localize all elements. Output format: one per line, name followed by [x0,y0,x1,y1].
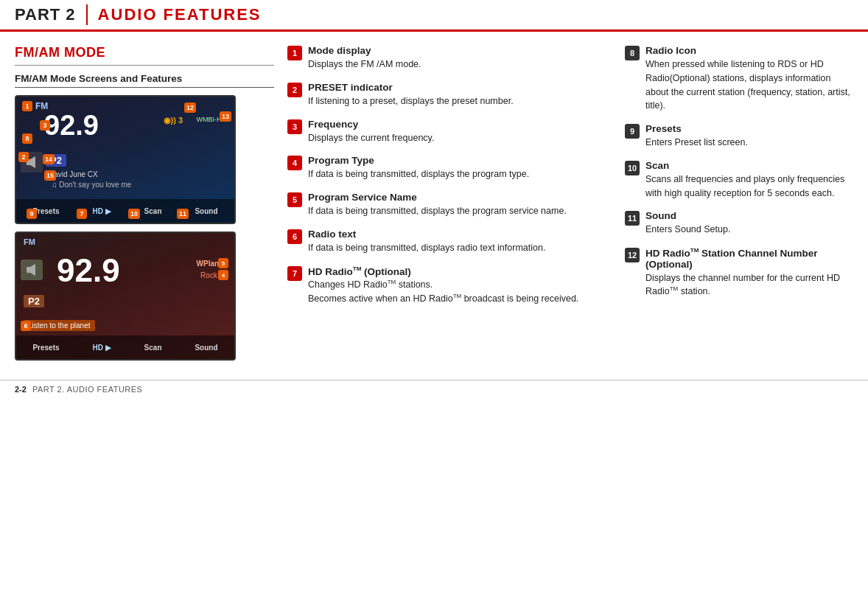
feature-num-6: 6 [287,229,302,244]
feature-desc-2: If listening to a preset, displays the p… [308,94,514,108]
feature-title-10: Scan [645,160,853,171]
song-title: ♫ Don't say you love me [52,181,131,189]
feature-9: 9 Presets Enters Preset list screen. [625,123,853,150]
feature-content-1: Mode display Displays the FM /AM mode. [308,45,421,72]
feature-content-9: Presets Enters Preset list screen. [645,123,748,150]
feature-2: 2 PRESET indicator If listening to a pre… [287,82,610,108]
header-divider-icon [86,4,88,25]
feature-3: 3 Frequency Displays the current frequen… [287,119,610,145]
footer-text: PART 2. AUDIO FEATURES [32,385,143,394]
badge-1: 1 [22,101,32,111]
fm-label-2: FM [24,237,35,246]
feature-num-5: 5 [287,192,302,207]
feature-title-7: HD RadioTM (Optional) [308,265,578,277]
fm-screen-1: 1 FM 92.9 3 ◉)) 3 12 WMBI-HD3 13 8 [15,95,236,224]
feature-content-2: PRESET indicator If listening to a prese… [308,82,514,108]
feature-num-7: 7 [287,266,302,281]
feature-6: 6 Radio text If data is being transmitte… [287,229,610,255]
section-divider [15,65,274,66]
btn-scan-1[interactable]: Scan [144,207,162,215]
feature-desc-4: If data is being transmitted, displays t… [308,167,529,181]
mid-column: 1 Mode display Displays the FM /AM mode.… [287,45,625,368]
feature-desc-7: Changes HD RadioTM stations.Becomes acti… [308,278,578,306]
bottom-bar-2: Presets HD ▶ Scan Sound [16,335,234,359]
btn-sound-2[interactable]: Sound [195,344,217,352]
feature-content-3: Frequency Displays the current frequency… [308,119,434,145]
svg-marker-1 [30,156,35,168]
listen-text: Listen to the planet [24,320,95,331]
svg-rect-2 [27,267,30,273]
feature-1: 1 Mode display Displays the FM /AM mode. [287,45,610,72]
badge-6: 6 [21,321,31,331]
feature-title-6: Radio text [308,229,545,240]
feature-desc-11: Enters Sound Setup. [645,223,730,237]
feature-12: 12 HD RadioTM Station Channel Number (Op… [625,247,853,299]
feature-11: 11 Sound Enters Sound Setup. [625,210,853,237]
page-footer: 2-2 PART 2. AUDIO FEATURES [0,380,868,398]
feature-desc-6: If data is being transmitted, displays r… [308,241,545,255]
fm-screen-2: FM 92.9 WPlanet 5 Rock M 4 P2 Listen to … [15,232,236,361]
main-content: FM/AM MODE FM/AM Mode Screens and Featur… [0,32,868,368]
feature-desc-10: Scans all frequencies and plays only fre… [645,173,853,201]
feature-title-11: Sound [645,210,730,221]
section-title: FM/AM MODE [15,45,274,60]
p2-preset-2: P2 [24,295,44,307]
btn-hd-1[interactable]: HD ▶ [92,207,111,215]
header-part: PART 2 [15,5,76,24]
feature-content-6: Radio text If data is being transmitted,… [308,229,545,255]
footer-num: 2-2 [15,385,27,394]
feature-content-5: Program Service Name If data is being tr… [308,192,567,218]
left-column: FM/AM MODE FM/AM Mode Screens and Featur… [15,45,287,368]
feature-content-8: Radio Icon When pressed while listening … [645,45,853,113]
feature-title-9: Presets [645,123,748,134]
feature-num-9: 9 [625,124,640,139]
badge-10: 10 [128,209,140,219]
feature-title-1: Mode display [308,45,421,56]
page-header: PART 2 AUDIO FEATURES [0,0,868,32]
feature-desc-1: Displays the FM /AM mode. [308,58,421,72]
hd-indicator: ◉)) 3 [164,116,183,125]
feature-desc-5: If data is being transmitted, displays t… [308,204,567,218]
feature-7: 7 HD RadioTM (Optional) Changes HD Radio… [287,265,610,306]
feature-num-10: 10 [625,161,640,175]
badge-15: 15 [44,170,56,181]
feature-content-4: Program Type If data is being transmitte… [308,155,529,181]
feature-content-10: Scan Scans all frequencies and plays onl… [645,160,853,201]
badge-14: 14 [43,154,55,164]
feature-title-12: HD RadioTM Station Channel Number (Optio… [645,247,853,270]
feature-num-8: 8 [625,46,640,60]
feature-num-4: 4 [287,156,302,170]
feature-num-2: 2 [287,83,302,97]
far-column: 8 Radio Icon When pressed while listenin… [625,45,853,368]
feature-10: 10 Scan Scans all frequencies and plays … [625,160,853,201]
feature-content-7: HD RadioTM (Optional) Changes HD RadioTM… [308,265,578,306]
btn-hd-2[interactable]: HD ▶ [92,344,111,352]
sub-section-title: FM/AM Mode Screens and Features [15,73,274,88]
badge-3: 3 [40,120,50,131]
badge-12: 12 [184,102,196,113]
btn-sound-1[interactable]: Sound [195,207,217,215]
feature-title-5: Program Service Name [308,192,567,203]
badge-4: 4 [218,270,228,280]
svg-marker-3 [30,264,35,276]
feature-4: 4 Program Type If data is being transmit… [287,155,610,181]
badge-7: 7 [77,209,87,219]
feature-num-11: 11 [625,211,640,226]
freq-display-2: 92.9 [57,252,120,289]
feature-title-3: Frequency [308,119,434,130]
feature-num-12: 12 [625,248,640,262]
badge-5: 5 [218,258,228,268]
feature-desc-8: When pressed while listening to RDS or H… [645,58,853,113]
badge-9: 9 [27,209,37,219]
feature-desc-3: Displays the current frequency. [308,131,434,145]
btn-scan-2[interactable]: Scan [144,344,162,352]
feature-title-8: Radio Icon [645,45,853,56]
feature-content-12: HD RadioTM Station Channel Number (Optio… [645,247,853,299]
preset-icon-2 [21,260,43,280]
feature-num-1: 1 [287,46,302,60]
feature-content-11: Sound Enters Sound Setup. [645,210,730,237]
feature-num-3: 3 [287,119,302,134]
badge-8: 8 [22,133,32,144]
freq-display-1: 92.9 [44,110,99,142]
btn-presets-2[interactable]: Presets [32,344,59,352]
